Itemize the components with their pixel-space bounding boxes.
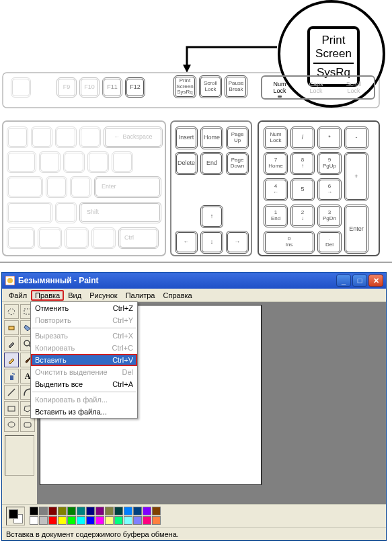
color-palette bbox=[2, 504, 386, 527]
svg-rect-8 bbox=[9, 326, 14, 330]
key-num9: 9PgUp bbox=[317, 152, 342, 175]
tool-free-select[interactable] bbox=[4, 304, 19, 319]
menu-file[interactable]: Файл bbox=[5, 290, 31, 301]
tool-roundrect[interactable] bbox=[20, 417, 35, 432]
key-blank bbox=[70, 176, 91, 198]
key-arrow-down: ↓ bbox=[200, 231, 223, 254]
key-nummul: * bbox=[317, 126, 342, 149]
menubar: Файл Правка Вид Рисунок Палитра Справка bbox=[2, 289, 386, 302]
key-f11: F11 bbox=[102, 77, 122, 98]
svg-line-14 bbox=[8, 389, 15, 396]
swatches bbox=[29, 507, 161, 525]
menu-edit[interactable]: Правка bbox=[31, 290, 64, 301]
color-swatch[interactable] bbox=[95, 507, 104, 515]
titlebar[interactable]: Безымянный - Paint _ □ ✕ bbox=[2, 272, 386, 289]
color-swatch[interactable] bbox=[39, 507, 48, 515]
color-swatch[interactable] bbox=[143, 516, 151, 525]
menu-item[interactable]: ОтменитьCtrl+Z bbox=[31, 302, 137, 314]
key-pgdn: PageDown bbox=[226, 152, 249, 175]
tool-pencil[interactable] bbox=[4, 353, 19, 367]
color-swatch[interactable] bbox=[39, 516, 48, 525]
menu-item: ВырезатьCtrl+X bbox=[31, 330, 137, 342]
tool-ellipse[interactable] bbox=[4, 417, 19, 432]
svg-marker-0 bbox=[183, 65, 191, 73]
key-blank bbox=[38, 227, 62, 249]
menu-item[interactable]: Выделить всеCtrl+A bbox=[31, 378, 137, 390]
key-insert: Insert bbox=[175, 126, 198, 149]
color-swatch[interactable] bbox=[30, 507, 38, 515]
color-swatch[interactable] bbox=[58, 507, 67, 515]
color-swatch[interactable] bbox=[152, 516, 161, 525]
menu-item: Копировать в файл... bbox=[31, 394, 137, 406]
tool-line[interactable] bbox=[4, 385, 19, 400]
color-swatch[interactable] bbox=[133, 507, 142, 515]
maximize-button[interactable]: □ bbox=[352, 275, 367, 287]
menu-item: Очистить выделениеDel bbox=[31, 366, 137, 378]
color-swatch[interactable] bbox=[67, 507, 76, 515]
menu-colors[interactable]: Палитра bbox=[122, 290, 159, 301]
menu-help[interactable]: Справка bbox=[159, 290, 196, 301]
key-print-screen: PrintScreenSysRq bbox=[173, 75, 196, 98]
color-swatch[interactable] bbox=[48, 516, 57, 525]
color-swatch[interactable] bbox=[95, 516, 104, 525]
key-backspace: ← Backspace bbox=[104, 126, 163, 148]
color-swatch[interactable] bbox=[105, 516, 114, 525]
color-swatch[interactable] bbox=[114, 516, 123, 525]
key-num4: 4← bbox=[264, 178, 288, 201]
key-scroll-lock: ScrollLock bbox=[199, 75, 222, 98]
callout-line1: Print bbox=[322, 34, 346, 47]
menu-image[interactable]: Рисунок bbox=[85, 290, 122, 301]
key-enter: Enter bbox=[94, 176, 161, 198]
svg-rect-11 bbox=[10, 375, 13, 380]
key-numdot: .Del bbox=[317, 231, 342, 254]
color-swatch[interactable] bbox=[86, 516, 95, 525]
key-f12: F12 bbox=[125, 77, 145, 98]
svg-point-12 bbox=[13, 373, 15, 375]
color-swatch[interactable] bbox=[124, 507, 132, 515]
color-swatch[interactable] bbox=[143, 507, 151, 515]
key-num3: 3PgDn bbox=[317, 205, 342, 227]
color-swatch[interactable] bbox=[114, 507, 123, 515]
key-blank bbox=[55, 126, 77, 148]
key-blank bbox=[31, 126, 52, 148]
key-num8: 8↑ bbox=[290, 152, 315, 175]
key-blank bbox=[87, 151, 109, 173]
color-swatch[interactable] bbox=[67, 516, 76, 525]
close-button[interactable]: ✕ bbox=[368, 275, 383, 287]
key-blank bbox=[46, 176, 67, 198]
color-swatch[interactable] bbox=[124, 516, 132, 525]
tool-eraser[interactable] bbox=[4, 320, 19, 335]
svg-point-13 bbox=[12, 373, 13, 374]
tool-options[interactable] bbox=[5, 435, 34, 476]
key-f9: F9 bbox=[56, 77, 77, 98]
color-swatch[interactable] bbox=[105, 507, 114, 515]
key-pgup: PageUp bbox=[226, 126, 249, 149]
key-num0: 0Ins bbox=[264, 231, 315, 254]
color-swatch[interactable] bbox=[30, 516, 38, 525]
color-swatch[interactable] bbox=[77, 516, 85, 525]
key-num5: 5 bbox=[290, 178, 315, 201]
color-swatch[interactable] bbox=[77, 507, 85, 515]
color-swatch[interactable] bbox=[86, 507, 95, 515]
key-shift: Shift bbox=[79, 202, 161, 223]
menu-item[interactable]: Вставить из файла... bbox=[31, 406, 137, 418]
color-swatch[interactable] bbox=[48, 507, 57, 515]
tool-picker[interactable] bbox=[4, 336, 19, 351]
menu-view[interactable]: Вид bbox=[64, 290, 85, 301]
key-numenter: Enter bbox=[344, 205, 368, 254]
fg-bg-swatch[interactable] bbox=[6, 507, 25, 525]
color-swatch[interactable] bbox=[152, 507, 161, 515]
tool-spray[interactable] bbox=[4, 369, 19, 384]
color-swatch[interactable] bbox=[133, 516, 142, 525]
key-num2: 2↓ bbox=[290, 205, 315, 227]
menu-item[interactable]: ВставитьCtrl+V bbox=[31, 354, 137, 366]
key-blank bbox=[7, 126, 28, 148]
key-ctrl: Ctrl bbox=[118, 227, 159, 249]
key-arrow-up: ↑ bbox=[200, 205, 223, 228]
minimize-button[interactable]: _ bbox=[336, 275, 351, 287]
key-numplus: + bbox=[344, 152, 368, 201]
lock-panel: NumLock CapsLock ScrollLock bbox=[261, 75, 375, 100]
edit-menu-dropdown: ОтменитьCtrl+ZПовторитьCtrl+YВырезатьCtr… bbox=[30, 301, 138, 419]
color-swatch[interactable] bbox=[58, 516, 67, 525]
tool-rect[interactable] bbox=[4, 401, 19, 416]
